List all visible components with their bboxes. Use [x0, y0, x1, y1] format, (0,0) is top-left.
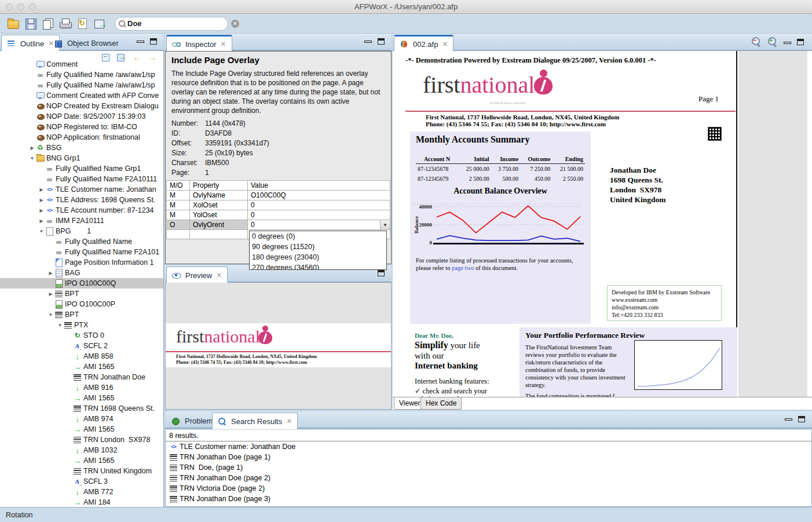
expander-icon[interactable]: ▶	[38, 198, 45, 203]
tab-object-browser[interactable]: Object Browser	[49, 35, 124, 52]
tree-item[interactable]: →AMI 184	[0, 497, 164, 507]
tab-hexcode-mode[interactable]: Hex Code	[420, 397, 462, 410]
maximize-panel-icon[interactable]	[378, 38, 385, 45]
document-viewer[interactable]: -*- Demonstration Powered by Exstream Di…	[393, 51, 812, 397]
expander-icon[interactable]: ▼	[38, 229, 45, 234]
property-row[interactable]: MXolOset0	[167, 200, 390, 210]
maximize-panel-icon[interactable]	[797, 39, 804, 45]
back-icon[interactable]: ←	[133, 53, 141, 61]
print-icon[interactable]	[59, 18, 72, 30]
page-two-link[interactable]: page two	[452, 265, 474, 271]
expander-icon[interactable]: ▶	[47, 271, 54, 276]
value-cell[interactable]: 0▼	[248, 220, 390, 230]
search-result-item[interactable]: TRN Jonathan Doe (page 3)	[166, 494, 811, 504]
maximize-panel-icon[interactable]	[150, 38, 157, 45]
dropdown-option[interactable]: 90 degrees (11520)	[250, 242, 386, 252]
minimize-window-button[interactable]	[17, 3, 24, 10]
dropdown-option[interactable]: 180 degrees (23040)	[250, 252, 386, 262]
tree-item[interactable]: ▶<>TLE Customer name: Jonathan	[0, 184, 164, 195]
tree-item[interactable]: ▼BPT	[0, 309, 164, 320]
save-icon[interactable]	[24, 18, 37, 30]
tree-item[interactable]: TRN London SX978	[0, 435, 164, 445]
copy-icon[interactable]	[42, 18, 54, 30]
minimize-panel-icon[interactable]	[364, 41, 372, 43]
value-cell[interactable]: 0	[248, 200, 390, 210]
tree-item[interactable]: NOP Registered to: IBM-CO	[0, 122, 164, 132]
expander-icon[interactable]: ▼	[56, 323, 64, 328]
property-row[interactable]: MOvlyNameO100C00Q	[167, 191, 390, 200]
property-row[interactable]: MYolOset0	[167, 210, 390, 220]
tree-item[interactable]: IPO O100C00P	[0, 299, 164, 309]
close-window-button[interactable]	[6, 3, 13, 10]
clear-search-icon[interactable]: ✕	[231, 20, 239, 28]
tree-item[interactable]: ∞Fully Qualified Name F2A10111	[0, 174, 164, 184]
tab-002afp[interactable]: 002.afp ✕	[394, 35, 453, 52]
tree-item[interactable]: ▶<>TLE Account number: 87-1234	[0, 205, 164, 216]
dropdown-option[interactable]: 0 degrees (0)	[250, 231, 386, 242]
search-box[interactable]: ✕	[115, 17, 228, 31]
search-result-item[interactable]: TRN Victoria Doe (page 2)	[166, 483, 811, 494]
tree-item[interactable]: NOP Created by Exstream Dialogu	[0, 101, 164, 111]
maximize-panel-icon[interactable]	[378, 270, 385, 276]
tree-item[interactable]: TRN 1698 Queens St.	[0, 403, 164, 414]
refresh-icon[interactable]	[76, 18, 89, 30]
search-result-item[interactable]: TRN Doe, (page 1)	[166, 462, 811, 473]
tree-item[interactable]: Page Position Information 1	[0, 257, 164, 268]
search-result-item[interactable]: <>TLE Customer name: Jonathan Doe	[166, 441, 811, 452]
tree-item[interactable]: ∞Fully Qualified Name	[0, 236, 164, 247]
tree-item[interactable]: ↓AMB 974	[0, 414, 164, 424]
tree-item[interactable]: →AMI 1565	[0, 362, 164, 372]
close-icon[interactable]: ✕	[442, 40, 448, 48]
open-folder-icon[interactable]	[7, 18, 20, 30]
tree-item[interactable]: ▼BNG Grp1	[0, 153, 164, 163]
tree-item[interactable]: ↓AMB 858	[0, 351, 164, 362]
dropdown-button[interactable]: ▼	[380, 220, 390, 229]
close-icon[interactable]: ✕	[216, 271, 222, 279]
dropdown-option[interactable]: 270 degrees (34560)	[250, 262, 386, 270]
zoom-window-button[interactable]	[29, 3, 36, 10]
value-cell[interactable]: 0	[248, 210, 390, 220]
tab-search-results[interactable]: Search Results ✕	[212, 413, 298, 429]
tree-item[interactable]: →AMI 1565	[0, 455, 164, 466]
link-with-editor-icon[interactable]	[117, 53, 126, 61]
search-result-item[interactable]: TRN Jonathan Doe (page 1)	[166, 452, 811, 462]
search-result-item[interactable]: TRN Jonathan Doe (page 2)	[166, 473, 811, 483]
tree-item[interactable]: ∞Fully Qualified Name Grp1	[0, 163, 164, 174]
tree-item[interactable]: NOP Date: 9/25/2007 15:39:03	[0, 111, 164, 122]
tree-item[interactable]: ∞Fully Qualified Name /aiw/aiw1/sp	[0, 80, 164, 90]
tree-item[interactable]: ▶BAG	[0, 268, 164, 278]
tree-item[interactable]: ∞Fully Qualified Name /aiw/aiw1/sp	[0, 70, 164, 80]
expander-icon[interactable]: ▼	[28, 156, 36, 161]
tree-item[interactable]: ▶♻BSG	[0, 143, 164, 153]
expander-icon[interactable]: ▼	[47, 312, 54, 317]
tree-item[interactable]: ↓AMB 772	[0, 487, 164, 497]
expander-icon[interactable]: ▶	[38, 208, 45, 213]
close-icon[interactable]: ✕	[286, 417, 292, 425]
maximize-panel-icon[interactable]	[798, 416, 805, 422]
tree-item[interactable]: ▶<>TLE Address: 1698 Queens St.	[0, 195, 164, 205]
tree-item[interactable]: ▼PTX	[0, 320, 164, 330]
tree-item[interactable]: ↓AMB 1032	[0, 445, 164, 455]
expander-icon[interactable]: ▶	[38, 187, 45, 192]
zoom-in-icon[interactable]: +	[767, 36, 778, 47]
tree-item[interactable]: NOP Application: firstnational	[0, 132, 164, 143]
tree-item[interactable]: ∞Fully Qualified Name F2A101	[0, 247, 164, 257]
tree-item[interactable]: →AMI 1565	[0, 424, 164, 435]
expander-icon[interactable]: ▶	[28, 145, 36, 151]
export-icon[interactable]	[94, 18, 107, 30]
tree-item[interactable]: →AMI 1565	[0, 393, 164, 403]
tree-item[interactable]: ▶BPT	[0, 289, 164, 299]
tab-preview[interactable]: Preview ✕	[166, 267, 228, 283]
tree-item[interactable]: ▼BPG 1	[0, 226, 164, 236]
minimize-panel-icon[interactable]	[137, 41, 144, 43]
tree-item[interactable]: ASCFL 3	[0, 476, 164, 487]
zoom-out-icon[interactable]: −	[751, 36, 762, 47]
tree-item[interactable]: Comment Created with AFP Conve	[0, 90, 164, 101]
tree-item[interactable]: ↻STO 0	[0, 330, 164, 341]
expander-icon[interactable]: ▶	[38, 218, 45, 224]
tab-inspector[interactable]: Inspector ✕	[166, 35, 232, 52]
tree-item[interactable]: ASCFL 2	[0, 341, 164, 351]
tree-item[interactable]: TRN United Kingdom	[0, 466, 164, 476]
property-row[interactable]: OOvlyOrent0▼	[167, 220, 390, 230]
search-input[interactable]	[127, 19, 229, 28]
